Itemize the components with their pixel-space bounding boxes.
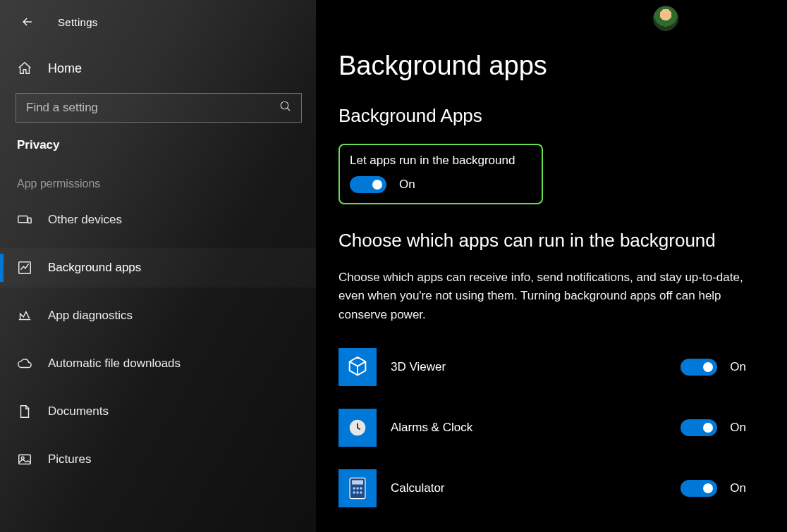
section-label: App permissions bbox=[17, 178, 317, 190]
home-label: Home bbox=[48, 61, 82, 76]
app-toggle-state: On bbox=[730, 421, 746, 435]
app-toggle-calculator[interactable] bbox=[681, 480, 717, 497]
svg-point-9 bbox=[353, 487, 355, 489]
master-toggle-state: On bbox=[399, 178, 415, 192]
sidebar-item-label: Pictures bbox=[48, 452, 91, 466]
window-title: Settings bbox=[58, 16, 98, 28]
svg-point-11 bbox=[360, 487, 362, 489]
sidebar-item-label: Automatic file downloads bbox=[48, 357, 181, 371]
app-name: Alarms & Clock bbox=[391, 421, 472, 435]
svg-rect-8 bbox=[352, 480, 363, 484]
settings-sidebar: Settings Home Privacy App permissions Ot… bbox=[0, 0, 317, 532]
sidebar-item-label: App diagnostics bbox=[48, 309, 133, 323]
svg-point-0 bbox=[281, 101, 288, 109]
home-icon bbox=[17, 61, 32, 76]
category-label: Privacy bbox=[17, 138, 317, 152]
sidebar-item-label: Other devices bbox=[48, 213, 122, 227]
app-icon-calculator bbox=[338, 469, 377, 507]
calculator-icon bbox=[347, 476, 368, 500]
svg-point-10 bbox=[356, 487, 358, 489]
app-name: Calculator bbox=[391, 481, 445, 495]
app-toggle-3d-viewer[interactable] bbox=[681, 359, 717, 376]
pictures-icon bbox=[17, 452, 32, 467]
back-button[interactable] bbox=[16, 10, 39, 34]
section-description: Choose which apps can receive info, send… bbox=[338, 268, 770, 324]
sidebar-item-home[interactable]: Home bbox=[0, 51, 317, 89]
section-title-choose-apps: Choose which apps can run in the backgro… bbox=[338, 230, 770, 252]
app-name: 3D Viewer bbox=[391, 360, 446, 374]
master-toggle-highlight: Let apps run in the background On bbox=[338, 144, 543, 204]
clock-icon bbox=[347, 417, 368, 438]
app-icon-3d-viewer bbox=[338, 348, 377, 386]
master-toggle[interactable] bbox=[350, 176, 386, 193]
master-toggle-label: Let apps run in the background bbox=[350, 154, 527, 168]
arrow-left-icon bbox=[20, 15, 35, 29]
app-row-3d-viewer: 3D Viewer On bbox=[338, 348, 770, 386]
svg-point-13 bbox=[356, 491, 358, 493]
sidebar-item-label: Background apps bbox=[48, 261, 141, 275]
section-title-background-apps: Background Apps bbox=[338, 105, 770, 127]
sidebar-item-label: Documents bbox=[48, 404, 109, 419]
sidebar-item-background-apps[interactable]: Background apps bbox=[0, 248, 317, 287]
app-toggle-state: On bbox=[730, 481, 746, 495]
sidebar-item-other-devices[interactable]: Other devices bbox=[0, 200, 317, 240]
app-row-calculator: Calculator On bbox=[338, 469, 770, 507]
search-input[interactable] bbox=[16, 93, 302, 123]
sidebar-item-documents[interactable]: Documents bbox=[0, 392, 317, 431]
page-title: Background apps bbox=[338, 51, 770, 81]
app-toggle-alarms-clock[interactable] bbox=[681, 419, 717, 436]
svg-rect-1 bbox=[18, 216, 28, 223]
svg-rect-2 bbox=[28, 218, 32, 223]
sidebar-item-auto-downloads[interactable]: Automatic file downloads bbox=[0, 344, 317, 383]
app-toggle-state: On bbox=[730, 360, 746, 374]
svg-point-14 bbox=[360, 491, 362, 493]
cube-icon bbox=[346, 355, 370, 379]
search-icon bbox=[279, 100, 292, 116]
sidebar-item-pictures[interactable]: Pictures bbox=[0, 440, 317, 479]
svg-rect-4 bbox=[19, 455, 31, 464]
content-pane: Background apps Background Apps Let apps… bbox=[317, 0, 787, 532]
chart-icon bbox=[17, 260, 32, 276]
svg-point-12 bbox=[353, 491, 355, 493]
user-avatar[interactable] bbox=[653, 6, 678, 31]
document-icon bbox=[17, 404, 32, 419]
sidebar-item-app-diagnostics[interactable]: App diagnostics bbox=[0, 296, 317, 335]
app-row-alarms-clock: Alarms & Clock On bbox=[338, 409, 770, 447]
diagnostics-icon bbox=[17, 308, 32, 323]
cloud-icon bbox=[17, 356, 32, 371]
app-list: 3D Viewer On Alarms & Clock On Calculato… bbox=[338, 348, 770, 507]
app-icon-alarms-clock bbox=[338, 409, 377, 447]
devices-icon bbox=[17, 212, 32, 228]
